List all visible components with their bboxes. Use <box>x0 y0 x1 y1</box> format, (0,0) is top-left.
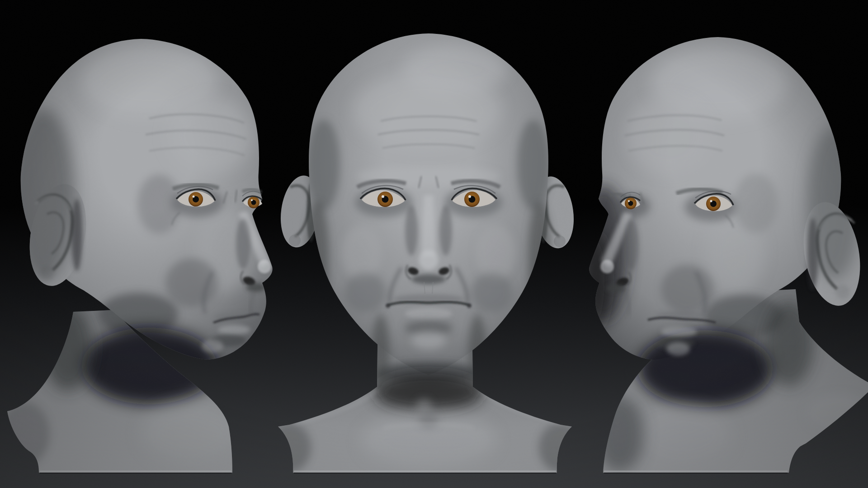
render-stage: gray clay sculpture of a bald middle-age… <box>0 0 868 488</box>
grain-texture-overlay <box>0 0 868 488</box>
sculpt-render-canvas: gray clay sculpture of a bald middle-age… <box>0 0 868 488</box>
